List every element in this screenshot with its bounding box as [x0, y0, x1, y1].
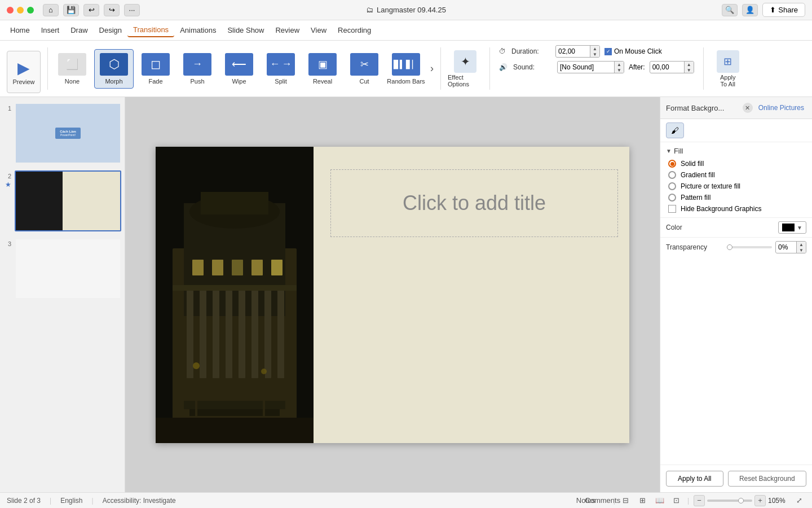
solid-fill-option[interactable]: Solid fill	[668, 160, 806, 168]
transitions-more-button[interactable]: ›	[428, 63, 436, 75]
transition-push[interactable]: → Push	[178, 49, 217, 89]
presenter-view-button[interactable]: ⊡	[670, 494, 683, 507]
transition-morph[interactable]: ⬡ Morph	[94, 49, 134, 89]
fill-tool-button[interactable]: 🖌	[666, 122, 684, 138]
menu-home[interactable]: Home	[5, 24, 36, 37]
gradient-fill-option[interactable]: Gradient fill	[668, 171, 806, 179]
reading-view-button[interactable]: 📖	[654, 494, 666, 507]
gradient-fill-radio[interactable]	[668, 171, 676, 179]
app-title: 🗂 Langmaster 09.44.25	[366, 6, 446, 14]
pattern-fill-radio[interactable]	[668, 194, 676, 202]
transparency-slider[interactable]	[727, 246, 772, 248]
slide-thumb-1[interactable]: 1 Cách Làm PowerPoint!	[2, 102, 122, 165]
minimize-window-button[interactable]	[17, 7, 24, 14]
svg-rect-9	[264, 288, 271, 378]
transition-fade[interactable]: ◻ Fade	[136, 49, 175, 89]
transparency-input[interactable]	[776, 242, 796, 252]
zoom-percentage: 105%	[768, 497, 788, 505]
menu-transitions[interactable]: Transitions	[127, 23, 174, 37]
wipe-icon: ⟵	[225, 53, 253, 76]
menu-bar: Home Insert Draw Design Transitions Anim…	[0, 20, 812, 41]
menu-insert[interactable]: Insert	[36, 24, 65, 37]
save-icon[interactable]: 💾	[63, 4, 79, 16]
hide-background-option[interactable]: Hide Background Graphics	[668, 205, 806, 213]
zoom-out-button[interactable]: −	[694, 495, 705, 506]
menu-slideshow[interactable]: Slide Show	[222, 24, 270, 37]
home-icon[interactable]: ⌂	[43, 4, 59, 16]
more-icon[interactable]: ···	[124, 4, 140, 16]
duration-row: ⏱ Duration: ▲ ▼ ✓ On Mouse Click	[499, 45, 694, 58]
apply-to-all-panel-button[interactable]: Apply to All	[666, 471, 723, 487]
hide-background-checkbox[interactable]	[668, 205, 676, 213]
panel-toolbar: 🖌	[660, 119, 812, 142]
transition-reveal[interactable]: ▣ Reveal	[303, 49, 342, 89]
fullscreen-window-button[interactable]	[27, 7, 34, 14]
undo-icon[interactable]: ↩	[83, 4, 99, 16]
reset-background-button[interactable]: Reset Background	[728, 471, 806, 487]
color-picker-button[interactable]: ▼	[778, 221, 806, 234]
close-window-button[interactable]	[7, 7, 14, 14]
zoom-slider[interactable]	[707, 500, 752, 502]
sound-down-button[interactable]: ▼	[615, 67, 624, 73]
sound-input[interactable]	[558, 62, 614, 72]
slide-title-box[interactable]: Click to add title	[330, 169, 618, 237]
menu-review[interactable]: Review	[270, 24, 305, 37]
comments-button[interactable]: Comments	[597, 494, 609, 507]
fit-to-window-button[interactable]: ⤢	[793, 494, 805, 507]
duration-down-button[interactable]: ▼	[590, 51, 599, 57]
slide-sorter-button[interactable]: ⊞	[637, 494, 649, 507]
search-icon[interactable]: 🔍	[722, 4, 738, 16]
canvas-area: Click to add title	[125, 97, 660, 492]
zoom-in-button[interactable]: +	[754, 495, 766, 506]
slide2-right	[63, 172, 120, 230]
slide-thumb-img-3	[15, 238, 121, 299]
picture-fill-radio[interactable]	[668, 182, 676, 190]
transition-none[interactable]: ⬜ None	[52, 49, 92, 89]
transparency-up-button[interactable]: ▲	[797, 242, 806, 247]
share-button[interactable]: ⬆ Share	[762, 3, 805, 17]
panel-close-button[interactable]: ✕	[743, 103, 753, 113]
duration-up-button[interactable]: ▲	[590, 46, 599, 51]
slide-canvas[interactable]: Click to add title	[156, 147, 629, 443]
slides-panel: 1 Cách Làm PowerPoint! 2 ★	[0, 97, 125, 492]
color-swatch	[782, 224, 795, 231]
slide-thumb-2[interactable]: 2 ★	[2, 169, 122, 233]
on-mouse-click-checkbox[interactable]: ✓	[604, 48, 612, 55]
transition-random-bars[interactable]: ▊▍▋▏ Random Bars	[386, 49, 426, 89]
account-icon[interactable]: 👤	[742, 4, 758, 16]
online-pictures-button[interactable]: Online Pictures	[756, 102, 806, 114]
menu-recording[interactable]: Recording	[332, 24, 377, 37]
after-up-button[interactable]: ▲	[685, 62, 694, 67]
slide-title-placeholder: Click to add title	[403, 191, 546, 215]
transparency-spin: ▲ ▼	[796, 242, 806, 253]
sound-up-button[interactable]: ▲	[615, 62, 624, 67]
transition-split[interactable]: ←→ Split	[261, 49, 301, 89]
pattern-fill-option[interactable]: Pattern fill	[668, 194, 806, 202]
after-down-button[interactable]: ▼	[685, 67, 694, 73]
menu-animations[interactable]: Animations	[174, 24, 222, 37]
slide-thumb-3[interactable]: 3	[2, 237, 122, 300]
transition-wipe[interactable]: ⟵ Wipe	[219, 49, 259, 89]
transparency-down-button[interactable]: ▼	[797, 247, 806, 253]
redo-icon[interactable]: ↪	[104, 4, 120, 16]
accessibility-indicator[interactable]: Accessibility: Investigate	[103, 497, 176, 505]
menu-draw[interactable]: Draw	[65, 24, 93, 37]
morph-icon: ⬡	[100, 53, 128, 76]
after-input[interactable]	[650, 62, 684, 72]
apply-to-all-button[interactable]: ⊞ Apply To All	[708, 43, 748, 94]
picture-fill-option[interactable]: Picture or texture fill	[668, 182, 806, 190]
svg-rect-22	[195, 367, 197, 418]
preview-button[interactable]: ▶ Preview	[7, 51, 41, 93]
fill-section-header[interactable]: ▼ Fill	[666, 147, 806, 155]
solid-fill-radio[interactable]	[668, 160, 676, 168]
transition-cut[interactable]: ✂ Cut	[345, 49, 384, 89]
after-label: After:	[629, 63, 645, 71]
ribbon-divider-2	[440, 47, 441, 90]
effect-options-button[interactable]: ✦ Effect Options	[445, 43, 485, 94]
svg-rect-5	[213, 288, 219, 378]
duration-input[interactable]	[556, 46, 590, 56]
menu-view[interactable]: View	[305, 24, 332, 37]
file-icon: 🗂	[366, 6, 373, 14]
normal-view-button[interactable]: ⊟	[620, 494, 632, 507]
menu-design[interactable]: Design	[94, 24, 127, 37]
